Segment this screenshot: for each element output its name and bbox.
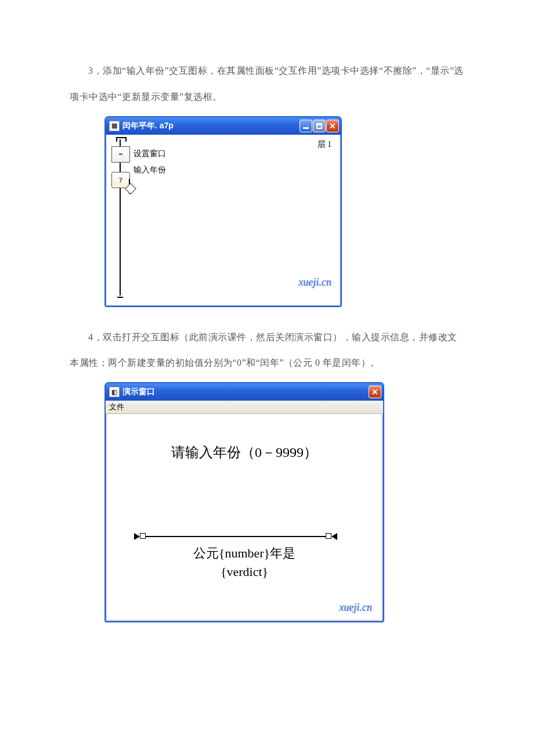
window-title: 闰年平年. a7p <box>122 121 300 131</box>
watermark: xueji.cn <box>299 276 331 289</box>
instruction-step-4: 4，双击打开交互图标（此前演示课件，然后关闭演示窗口），输入提示信息，并修改文本… <box>70 325 464 377</box>
entry-arrow-right-icon <box>331 533 337 540</box>
flowline-end <box>117 297 123 298</box>
resize-handle[interactable] <box>326 533 331 539</box>
result-display-text: 公元{number}年是 {verdict} <box>107 544 381 581</box>
menu-file[interactable]: 文件 <box>109 402 124 412</box>
calculation-icon[interactable] <box>111 146 130 163</box>
app-icon: ◧ <box>109 387 120 397</box>
level-indicator: 层 1 <box>317 139 332 150</box>
text-entry-marker[interactable] <box>142 536 329 537</box>
close-button[interactable]: ✕ <box>369 386 381 398</box>
authorware-flowline-window: ▦ 闰年平年. a7p ✕ 层 1 设置窗口 输入年份 xueji.cn <box>104 116 342 307</box>
titlebar: ◧ 演示窗口 ✕ <box>106 383 383 401</box>
flowline-canvas[interactable]: 层 1 设置窗口 输入年份 xueji.cn <box>107 135 340 305</box>
entry-arrow-left-icon <box>134 533 140 540</box>
app-icon: ▦ <box>109 121 120 131</box>
menu-bar[interactable]: 文件 <box>106 401 383 414</box>
resize-handle[interactable] <box>140 533 146 539</box>
maximize-button <box>313 120 326 132</box>
calc-icon-label[interactable]: 设置窗口 <box>134 149 166 159</box>
minimize-button[interactable] <box>300 120 312 132</box>
flowline-start <box>116 137 127 142</box>
prompt-text: 请输入年份（0－9999） <box>107 443 381 462</box>
titlebar: ▦ 闰年平年. a7p ✕ <box>106 117 341 135</box>
close-button[interactable]: ✕ <box>326 120 339 132</box>
watermark: xueji.cn <box>340 602 372 614</box>
presentation-window: ◧ 演示窗口 ✕ 文件 请输入年份（0－9999） 公元{number}年是 {… <box>104 382 384 622</box>
instruction-step-3: 3，添加“输入年份”交互图标，在其属性面板“交互作用”选项卡中选择“不擦除”，“… <box>70 58 464 110</box>
window-title: 演示窗口 <box>122 387 369 397</box>
interaction-icon-label[interactable]: 输入年份 <box>134 165 166 175</box>
presentation-canvas[interactable]: 请输入年份（0－9999） 公元{number}年是 {verdict} xue… <box>107 414 381 620</box>
flowline <box>120 139 121 296</box>
